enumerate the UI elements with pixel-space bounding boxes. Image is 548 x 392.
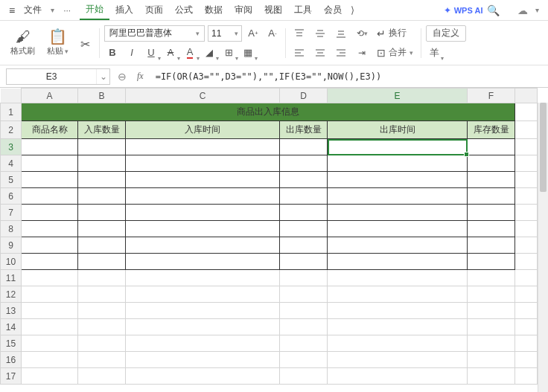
cell[interactable] <box>515 221 538 237</box>
column-header[interactable]: B <box>78 89 126 103</box>
cell[interactable] <box>22 352 78 368</box>
cell[interactable] <box>328 254 468 270</box>
menu-tab-8[interactable]: 会员 <box>318 1 348 19</box>
file-dropdown-icon[interactable]: ▾ <box>48 4 57 16</box>
cell[interactable] <box>515 188 538 205</box>
scrollbar-thumb[interactable] <box>540 103 547 192</box>
cell[interactable] <box>468 352 515 368</box>
cell[interactable] <box>22 221 78 237</box>
font-family-select[interactable]: 阿里巴巴普惠体 ▾ <box>104 25 205 42</box>
cell[interactable] <box>78 270 126 286</box>
cell[interactable] <box>78 188 126 205</box>
cell[interactable] <box>515 303 538 319</box>
row-header[interactable]: 5 <box>1 172 22 188</box>
menu-tab-6[interactable]: 视图 <box>258 1 288 19</box>
table-column-header[interactable]: 入库时间 <box>126 121 280 139</box>
column-header[interactable]: F <box>468 89 515 103</box>
formula-input[interactable] <box>153 68 542 85</box>
cell[interactable] <box>126 139 280 155</box>
cell[interactable] <box>468 335 515 352</box>
wrap-text-button[interactable]: ↵ 换行 <box>374 27 410 39</box>
menu-tab-5[interactable]: 审阅 <box>229 1 258 19</box>
strikethrough-button[interactable]: A <box>162 45 179 61</box>
paste-button[interactable]: 📋 粘贴▾ <box>42 28 73 58</box>
menu-tab-7[interactable]: 工具 <box>288 1 318 19</box>
cell[interactable] <box>468 237 515 254</box>
cell[interactable] <box>78 286 126 303</box>
menu-tab-1[interactable]: 插入 <box>109 1 139 19</box>
cell[interactable] <box>468 270 515 286</box>
select-all-corner[interactable] <box>1 89 22 103</box>
table-title[interactable]: 商品出入库信息 <box>22 103 515 121</box>
search-icon[interactable]: 🔍 <box>482 3 504 18</box>
align-top-button[interactable] <box>290 25 308 42</box>
cell[interactable] <box>515 103 538 121</box>
row-header[interactable]: 13 <box>1 303 22 319</box>
cell[interactable] <box>468 319 515 335</box>
table-column-header[interactable]: 入库数量 <box>78 121 126 139</box>
cell[interactable] <box>468 368 515 385</box>
cell[interactable] <box>126 172 280 188</box>
cell[interactable] <box>468 286 515 303</box>
row-header[interactable]: 7 <box>1 205 22 221</box>
cell[interactable] <box>328 172 468 188</box>
font-size-select[interactable]: 11 ▾ <box>208 25 242 42</box>
row-header[interactable]: 11 <box>1 270 22 286</box>
row-header[interactable]: 2 <box>1 121 22 139</box>
row-header[interactable]: 4 <box>1 155 22 172</box>
cell[interactable] <box>328 368 468 385</box>
cell[interactable] <box>328 221 468 237</box>
align-left-button[interactable] <box>290 45 308 61</box>
cell[interactable] <box>280 286 328 303</box>
cell[interactable] <box>126 335 280 352</box>
cell[interactable] <box>328 352 468 368</box>
cell[interactable] <box>328 270 468 286</box>
cell[interactable] <box>280 254 328 270</box>
menu-tab-2[interactable]: 页面 <box>139 1 169 19</box>
cell[interactable] <box>280 155 328 172</box>
cell[interactable] <box>78 335 126 352</box>
cell[interactable] <box>515 121 538 139</box>
cell[interactable] <box>78 155 126 172</box>
column-header[interactable]: C <box>126 89 280 103</box>
cell[interactable] <box>126 368 280 385</box>
cell[interactable] <box>22 237 78 254</box>
underline-button[interactable]: U <box>143 45 159 61</box>
row-header[interactable]: 15 <box>1 335 22 352</box>
cell[interactable] <box>22 205 78 221</box>
cell[interactable] <box>515 286 538 303</box>
menu-tab-3[interactable]: 公式 <box>169 1 199 19</box>
table-column-header[interactable]: 出库数量 <box>280 121 328 139</box>
cell[interactable] <box>328 335 468 352</box>
cell[interactable] <box>280 188 328 205</box>
cell[interactable] <box>280 303 328 319</box>
row-header[interactable]: 3 <box>1 139 22 155</box>
cut-button[interactable]: ✂ <box>76 34 95 52</box>
cell[interactable] <box>328 303 468 319</box>
cell[interactable] <box>515 352 538 368</box>
cell[interactable] <box>515 155 538 172</box>
cell[interactable] <box>280 319 328 335</box>
cell[interactable] <box>78 221 126 237</box>
cell[interactable] <box>22 368 78 385</box>
cloud-sync-icon[interactable]: ☁ <box>513 3 532 18</box>
cell[interactable] <box>468 303 515 319</box>
cell[interactable] <box>328 139 468 155</box>
cell[interactable] <box>22 254 78 270</box>
cell[interactable] <box>280 270 328 286</box>
cell-style-button[interactable]: ▦ <box>240 45 256 61</box>
cell[interactable] <box>328 237 468 254</box>
column-header[interactable]: A <box>22 89 78 103</box>
align-bottom-button[interactable] <box>332 25 350 42</box>
borders-button[interactable]: ⊞ <box>220 45 237 61</box>
cell[interactable] <box>22 335 78 352</box>
cell[interactable] <box>22 139 78 155</box>
cell[interactable] <box>468 254 515 270</box>
cell[interactable] <box>22 319 78 335</box>
currency-button[interactable]: 羊 <box>426 45 442 61</box>
cell[interactable] <box>78 352 126 368</box>
cell[interactable] <box>515 254 538 270</box>
cell[interactable] <box>515 139 538 155</box>
row-header[interactable]: 12 <box>1 286 22 303</box>
row-header[interactable]: 17 <box>1 368 22 385</box>
